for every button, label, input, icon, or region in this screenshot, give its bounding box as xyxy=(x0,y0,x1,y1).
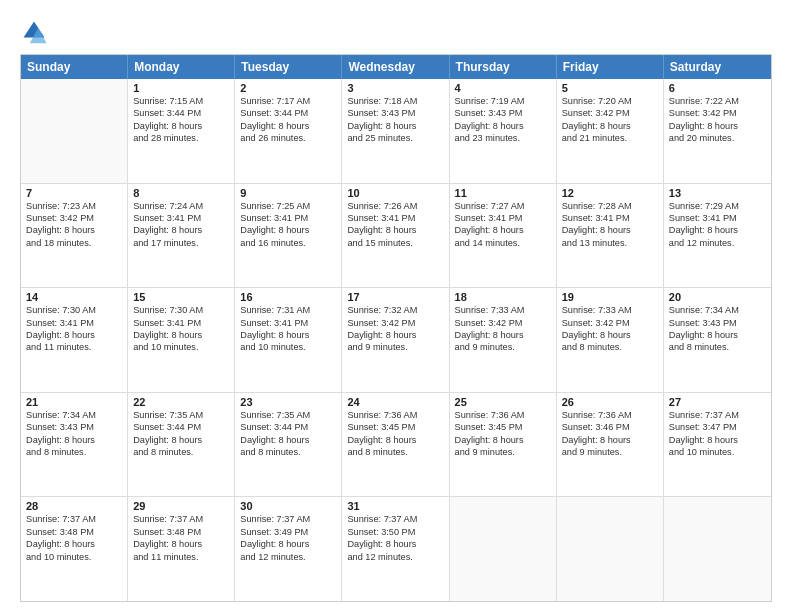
calendar-cell: 14Sunrise: 7:30 AMSunset: 3:41 PMDayligh… xyxy=(21,288,128,392)
sunset-text: Sunset: 3:41 PM xyxy=(347,212,443,224)
day-number: 27 xyxy=(669,396,766,408)
daylight-minutes-text: and 9 minutes. xyxy=(347,341,443,353)
calendar-cell: 31Sunrise: 7:37 AMSunset: 3:50 PMDayligh… xyxy=(342,497,449,601)
sunrise-text: Sunrise: 7:37 AM xyxy=(669,409,766,421)
daylight-text: Daylight: 8 hours xyxy=(26,538,122,550)
daylight-minutes-text: and 10 minutes. xyxy=(26,551,122,563)
sunset-text: Sunset: 3:41 PM xyxy=(240,212,336,224)
daylight-text: Daylight: 8 hours xyxy=(240,120,336,132)
daylight-minutes-text: and 8 minutes. xyxy=(669,341,766,353)
daylight-text: Daylight: 8 hours xyxy=(240,434,336,446)
sunset-text: Sunset: 3:48 PM xyxy=(26,526,122,538)
calendar-row: 28Sunrise: 7:37 AMSunset: 3:48 PMDayligh… xyxy=(21,497,771,601)
day-number: 9 xyxy=(240,187,336,199)
sunset-text: Sunset: 3:49 PM xyxy=(240,526,336,538)
sunrise-text: Sunrise: 7:34 AM xyxy=(26,409,122,421)
header-day: Sunday xyxy=(21,55,128,79)
daylight-text: Daylight: 8 hours xyxy=(133,329,229,341)
sunset-text: Sunset: 3:45 PM xyxy=(455,421,551,433)
sunset-text: Sunset: 3:50 PM xyxy=(347,526,443,538)
day-number: 30 xyxy=(240,500,336,512)
sunset-text: Sunset: 3:42 PM xyxy=(669,107,766,119)
day-number: 6 xyxy=(669,82,766,94)
daylight-text: Daylight: 8 hours xyxy=(347,224,443,236)
daylight-minutes-text: and 25 minutes. xyxy=(347,132,443,144)
daylight-minutes-text: and 8 minutes. xyxy=(133,446,229,458)
sunset-text: Sunset: 3:44 PM xyxy=(240,107,336,119)
day-number: 16 xyxy=(240,291,336,303)
calendar-cell: 13Sunrise: 7:29 AMSunset: 3:41 PMDayligh… xyxy=(664,184,771,288)
sunset-text: Sunset: 3:41 PM xyxy=(240,317,336,329)
day-number: 18 xyxy=(455,291,551,303)
sunrise-text: Sunrise: 7:30 AM xyxy=(133,304,229,316)
sunrise-text: Sunrise: 7:23 AM xyxy=(26,200,122,212)
daylight-minutes-text: and 12 minutes. xyxy=(240,551,336,563)
daylight-minutes-text: and 9 minutes. xyxy=(562,446,658,458)
sunrise-text: Sunrise: 7:26 AM xyxy=(347,200,443,212)
daylight-minutes-text: and 21 minutes. xyxy=(562,132,658,144)
sunrise-text: Sunrise: 7:22 AM xyxy=(669,95,766,107)
calendar-cell: 11Sunrise: 7:27 AMSunset: 3:41 PMDayligh… xyxy=(450,184,557,288)
sunset-text: Sunset: 3:46 PM xyxy=(562,421,658,433)
sunset-text: Sunset: 3:41 PM xyxy=(669,212,766,224)
sunrise-text: Sunrise: 7:17 AM xyxy=(240,95,336,107)
daylight-minutes-text: and 26 minutes. xyxy=(240,132,336,144)
calendar-header: SundayMondayTuesdayWednesdayThursdayFrid… xyxy=(21,55,771,79)
daylight-minutes-text: and 18 minutes. xyxy=(26,237,122,249)
day-number: 21 xyxy=(26,396,122,408)
day-number: 5 xyxy=(562,82,658,94)
day-number: 10 xyxy=(347,187,443,199)
day-number: 15 xyxy=(133,291,229,303)
calendar-cell: 7Sunrise: 7:23 AMSunset: 3:42 PMDaylight… xyxy=(21,184,128,288)
sunrise-text: Sunrise: 7:19 AM xyxy=(455,95,551,107)
calendar-cell: 17Sunrise: 7:32 AMSunset: 3:42 PMDayligh… xyxy=(342,288,449,392)
logo-icon xyxy=(20,18,48,46)
day-number: 4 xyxy=(455,82,551,94)
calendar-cell: 1Sunrise: 7:15 AMSunset: 3:44 PMDaylight… xyxy=(128,79,235,183)
day-number: 25 xyxy=(455,396,551,408)
sunset-text: Sunset: 3:41 PM xyxy=(562,212,658,224)
sunset-text: Sunset: 3:47 PM xyxy=(669,421,766,433)
calendar-cell: 26Sunrise: 7:36 AMSunset: 3:46 PMDayligh… xyxy=(557,393,664,497)
daylight-text: Daylight: 8 hours xyxy=(347,120,443,132)
calendar-cell xyxy=(21,79,128,183)
sunrise-text: Sunrise: 7:37 AM xyxy=(240,513,336,525)
day-number: 1 xyxy=(133,82,229,94)
day-number: 11 xyxy=(455,187,551,199)
day-number: 19 xyxy=(562,291,658,303)
logo xyxy=(20,18,52,46)
calendar-cell: 4Sunrise: 7:19 AMSunset: 3:43 PMDaylight… xyxy=(450,79,557,183)
sunset-text: Sunset: 3:48 PM xyxy=(133,526,229,538)
sunrise-text: Sunrise: 7:25 AM xyxy=(240,200,336,212)
sunset-text: Sunset: 3:42 PM xyxy=(26,212,122,224)
daylight-minutes-text: and 12 minutes. xyxy=(347,551,443,563)
sunset-text: Sunset: 3:41 PM xyxy=(133,317,229,329)
daylight-minutes-text: and 23 minutes. xyxy=(455,132,551,144)
daylight-text: Daylight: 8 hours xyxy=(562,434,658,446)
calendar-cell: 30Sunrise: 7:37 AMSunset: 3:49 PMDayligh… xyxy=(235,497,342,601)
sunset-text: Sunset: 3:41 PM xyxy=(26,317,122,329)
sunrise-text: Sunrise: 7:15 AM xyxy=(133,95,229,107)
calendar-cell: 20Sunrise: 7:34 AMSunset: 3:43 PMDayligh… xyxy=(664,288,771,392)
daylight-text: Daylight: 8 hours xyxy=(240,538,336,550)
sunrise-text: Sunrise: 7:24 AM xyxy=(133,200,229,212)
day-number: 24 xyxy=(347,396,443,408)
calendar-cell xyxy=(557,497,664,601)
day-number: 14 xyxy=(26,291,122,303)
daylight-text: Daylight: 8 hours xyxy=(347,329,443,341)
calendar-cell: 29Sunrise: 7:37 AMSunset: 3:48 PMDayligh… xyxy=(128,497,235,601)
calendar: SundayMondayTuesdayWednesdayThursdayFrid… xyxy=(20,54,772,602)
calendar-row: 1Sunrise: 7:15 AMSunset: 3:44 PMDaylight… xyxy=(21,79,771,184)
calendar-cell: 22Sunrise: 7:35 AMSunset: 3:44 PMDayligh… xyxy=(128,393,235,497)
calendar-body: 1Sunrise: 7:15 AMSunset: 3:44 PMDaylight… xyxy=(21,79,771,601)
sunset-text: Sunset: 3:43 PM xyxy=(455,107,551,119)
header-day: Thursday xyxy=(450,55,557,79)
daylight-minutes-text: and 10 minutes. xyxy=(669,446,766,458)
daylight-minutes-text: and 9 minutes. xyxy=(455,446,551,458)
day-number: 3 xyxy=(347,82,443,94)
calendar-cell: 27Sunrise: 7:37 AMSunset: 3:47 PMDayligh… xyxy=(664,393,771,497)
day-number: 7 xyxy=(26,187,122,199)
daylight-text: Daylight: 8 hours xyxy=(455,434,551,446)
daylight-minutes-text: and 8 minutes. xyxy=(562,341,658,353)
sunset-text: Sunset: 3:41 PM xyxy=(133,212,229,224)
